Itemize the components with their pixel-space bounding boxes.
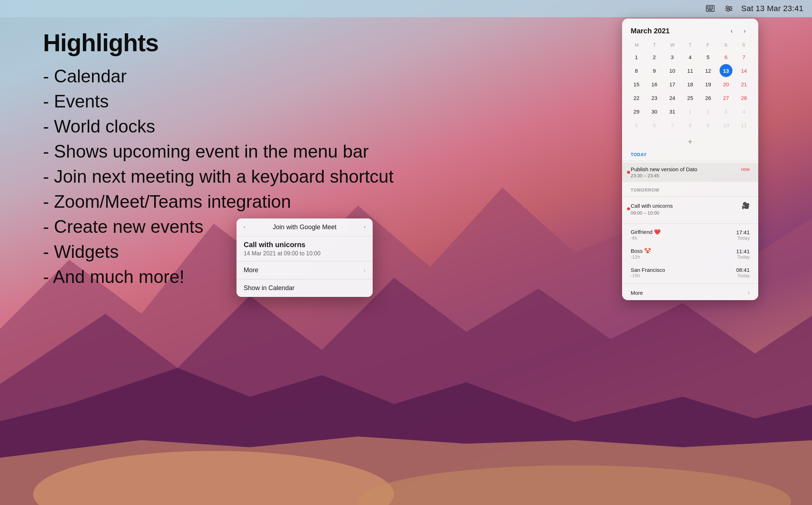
calendar-day[interactable]: 8 — [684, 119, 697, 131]
svg-point-21 — [727, 10, 729, 11]
calendar-prev-button[interactable]: ‹ — [727, 26, 737, 36]
calendar-day[interactable]: 20 — [720, 78, 732, 91]
more-label: More — [631, 290, 643, 296]
highlight-item: - Events — [43, 89, 393, 114]
calendar-day[interactable]: 1 — [630, 50, 643, 63]
calendar-day[interactable]: 28 — [737, 91, 750, 104]
clock-girlfriend-left: Girlfriend ❤️ -6h — [631, 229, 661, 241]
calendar-day[interactable]: 11 — [737, 119, 750, 131]
clock-boss-time: 11:41 — [736, 248, 750, 254]
calendar-more-button[interactable]: More › — [622, 285, 758, 300]
calendar-month-year: March 2021 — [631, 27, 670, 35]
menu-bar-datetime: Sat 13 Mar 23:41 — [741, 4, 803, 13]
calendar-day[interactable]: 13 — [720, 64, 732, 77]
clock-sf[interactable]: San Francisco -15h 08:41 Today — [622, 263, 758, 282]
calendar-day[interactable]: 4 — [684, 50, 697, 63]
join-meet-bullet-right: • — [364, 225, 366, 230]
keyboard-icon[interactable] — [704, 2, 717, 15]
clock-girlfriend-time: 17:41 — [736, 229, 750, 235]
calendar-day[interactable]: 17 — [666, 78, 679, 91]
calendar-grid: MTWTFSS 12345678910111213141516171819202… — [622, 39, 758, 134]
controls-icon[interactable] — [722, 2, 735, 15]
calendar-day[interactable]: 25 — [684, 91, 697, 104]
svg-rect-7 — [707, 6, 708, 8]
svg-rect-15 — [708, 10, 712, 11]
calendar-day[interactable]: 31 — [666, 105, 679, 118]
context-event-time: 14 Mar 2021 at 09:00 to 10:00 — [237, 250, 373, 261]
calendar-day[interactable]: 3 — [720, 105, 732, 118]
clock-boss-left: Boss 🤡 -12h — [631, 248, 651, 260]
calendar-weekday: T — [646, 41, 664, 49]
calendar-day[interactable]: 24 — [666, 91, 679, 104]
calendar-day[interactable]: 10 — [666, 64, 679, 77]
calendar-weekday: T — [681, 41, 699, 49]
calendar-weekday: S — [717, 41, 735, 49]
event-call-unicorns[interactable]: Call with unicorns 🎥 09:00 – 10:00 — [622, 198, 758, 219]
calendar-weekdays: MTWTFSS — [628, 41, 753, 49]
calendar-day[interactable]: 8 — [630, 64, 643, 77]
clock-sf-left: San Francisco -15h — [631, 267, 665, 278]
calendar-add-button[interactable]: + — [622, 134, 758, 149]
calendar-day[interactable]: 18 — [684, 78, 697, 91]
clock-girlfriend[interactable]: Girlfriend ❤️ -6h 17:41 Today — [622, 225, 758, 244]
svg-rect-8 — [709, 6, 710, 8]
clock-girlfriend-name: Girlfriend ❤️ — [631, 229, 661, 235]
calendar-day[interactable]: 21 — [737, 78, 750, 91]
context-event-title: Call with unicorns — [237, 236, 373, 250]
calendar-day[interactable]: 1 — [684, 105, 697, 118]
calendar-day[interactable]: 11 — [684, 64, 697, 77]
calendar-day[interactable]: 14 — [737, 64, 750, 77]
calendar-day[interactable]: 9 — [702, 119, 715, 131]
event-publish-dato[interactable]: Publish new version of Dato now 23:30 – … — [622, 163, 758, 182]
highlight-item: - Join next meeting with a keyboard shor… — [43, 164, 393, 189]
clock-boss[interactable]: Boss 🤡 -12h 11:41 Today — [622, 244, 758, 263]
calendar-day[interactable]: 7 — [737, 50, 750, 63]
calendar-day[interactable]: 10 — [720, 119, 732, 131]
calendar-day[interactable]: 30 — [648, 105, 661, 118]
calendar-day[interactable]: 5 — [702, 50, 715, 63]
event-dot-publish — [627, 171, 630, 174]
highlight-item: - Calendar — [43, 64, 393, 89]
clock-sf-time: 08:41 — [736, 267, 750, 273]
show-in-calendar-button[interactable]: Show in Calendar — [237, 279, 373, 297]
calendar-day[interactable]: 23 — [648, 91, 661, 104]
calendar-day[interactable]: 7 — [666, 119, 679, 131]
event-now-badge: now — [741, 167, 750, 172]
calendar-day[interactable]: 5 — [630, 119, 643, 131]
calendar-day[interactable]: 29 — [630, 105, 643, 118]
show-calendar-label: Show in Calendar — [244, 284, 295, 292]
calendar-weekday: S — [735, 41, 753, 49]
calendar-day[interactable]: 9 — [648, 64, 661, 77]
event-call-time: 09:00 – 10:00 — [631, 210, 750, 216]
calendar-day[interactable]: 27 — [720, 91, 732, 104]
clock-boss-offset: -12h — [631, 254, 651, 260]
calendar-day[interactable]: 4 — [737, 105, 750, 118]
calendar-day[interactable]: 16 — [648, 78, 661, 91]
context-more-button[interactable]: More › — [237, 261, 373, 279]
calendar-day[interactable]: 6 — [648, 119, 661, 131]
calendar-day[interactable]: 19 — [702, 78, 715, 91]
join-meet-button[interactable]: • Join with Google Meet • — [237, 218, 373, 236]
calendar-day[interactable]: 22 — [630, 91, 643, 104]
tomorrow-events-section: TOMORROW Call with unicorns 🎥 09:00 – 10… — [622, 185, 758, 222]
svg-point-17 — [727, 6, 729, 8]
calendar-next-button[interactable]: › — [740, 26, 750, 36]
calendar-nav: ‹ › — [727, 26, 750, 36]
divider-clocks — [622, 223, 758, 224]
today-events-section: TODAY Publish new version of Dato now 23… — [622, 149, 758, 185]
calendar-weekday: F — [699, 41, 717, 49]
calendar-day[interactable]: 2 — [648, 50, 661, 63]
context-menu: • Join with Google Meet • Call with unic… — [237, 218, 373, 297]
svg-rect-11 — [707, 8, 708, 9]
tomorrow-label: TOMORROW — [622, 185, 758, 195]
calendar-day[interactable]: 26 — [702, 91, 715, 104]
calendar-day[interactable]: 15 — [630, 78, 643, 91]
clock-girlfriend-day: Today — [737, 235, 750, 241]
calendar-day[interactable]: 6 — [720, 50, 732, 63]
clock-sf-right: 08:41 Today — [736, 267, 750, 278]
clock-sf-offset: -15h — [631, 273, 665, 278]
calendar-day[interactable]: 12 — [702, 64, 715, 77]
calendar-day[interactable]: 3 — [666, 50, 679, 63]
calendar-day[interactable]: 2 — [702, 105, 715, 118]
event-publish-time: 23:30 – 23:45 — [631, 173, 750, 178]
